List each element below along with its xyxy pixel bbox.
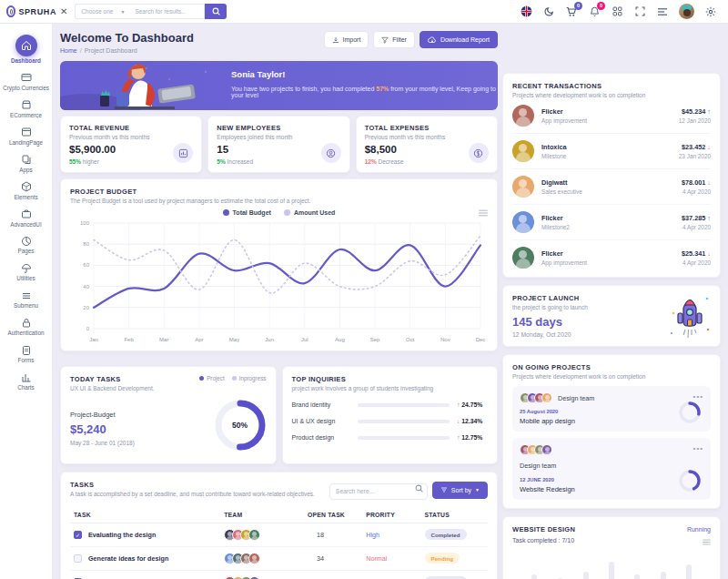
top-inquiries-card: TOP INQUIRIES project work involves a gr…	[282, 366, 499, 464]
task-label: Generate ideas for design	[88, 554, 168, 563]
svg-text:80: 80	[83, 241, 89, 247]
tasks-subtitle: A task is accomplished by a set deadline…	[70, 491, 315, 497]
apps-grid-icon[interactable]	[611, 5, 623, 18]
today-tasks-donut-label: 50%	[214, 399, 267, 452]
bar-column-jul: Jul	[680, 553, 698, 579]
transaction-role: Milestone	[541, 153, 679, 159]
sidebar-item-submenu[interactable]: Submenu	[0, 286, 52, 313]
cloud-download-icon	[428, 36, 437, 44]
transactions-list: FlickerApp improvement$45.234 ↑12 Jan 20…	[512, 98, 711, 275]
import-button[interactable]: Import	[324, 31, 369, 48]
chevron-down-icon: ▼	[120, 9, 125, 15]
task-checkbox[interactable]	[74, 554, 82, 563]
bar-column-apr: Apr	[602, 553, 621, 579]
project-date: 12 JUNE 2020	[520, 477, 703, 482]
sort-by-button[interactable]: Sort by ▼	[432, 482, 488, 499]
project-name: Website Redesign	[520, 485, 703, 493]
task-checkbox[interactable]: ✓	[74, 531, 82, 539]
ongoing-projects-list: Design team•••25 August 2020Mobile app d…	[512, 386, 711, 500]
download-report-button[interactable]: Download Report	[420, 31, 498, 48]
trend-down-icon: ↓	[707, 249, 711, 258]
sidebar-item-authentication[interactable]: Authentication	[0, 313, 52, 340]
budget-menu-icon[interactable]	[479, 209, 488, 217]
search-input[interactable]	[130, 4, 205, 19]
avatar	[512, 247, 534, 269]
sidebar-item-apps[interactable]: Apps	[0, 150, 52, 178]
stat-subtitle: Previous month vs this months	[365, 134, 489, 140]
today-tasks-legend: Project Inprogress	[199, 375, 266, 381]
task-status-badge: Pending	[425, 553, 460, 564]
sidebar-item-ecommerce[interactable]: ECommerce	[0, 96, 52, 123]
ongoing-project-website-redesign[interactable]: Design team•••12 JUNE 2020Website Redesi…	[512, 438, 711, 500]
banner-message: You have two projects to finish, you had…	[231, 86, 498, 98]
website-design-bar-chart: JanFebMarAprMayJunJul	[512, 543, 711, 579]
more-options-icon[interactable]: •••	[693, 444, 703, 452]
sidebar-item-charts[interactable]: Charts	[0, 368, 52, 395]
stat-title: NEW EMPLOYEES	[217, 124, 340, 132]
avatar	[248, 529, 260, 541]
sidebar-toggle-icon[interactable]	[656, 5, 669, 18]
utilities-icon	[20, 262, 32, 274]
user-avatar[interactable]	[679, 4, 694, 19]
sidebar-item-label: Submenu	[14, 303, 38, 310]
avatar	[512, 105, 534, 127]
settings-gear-icon[interactable]	[704, 5, 717, 18]
language-flag-icon[interactable]	[520, 5, 532, 18]
svg-text:Nov: Nov	[440, 337, 450, 342]
sidebar-item-advancedui[interactable]: AdvancedUI	[0, 205, 52, 232]
stat-title: TOTAL REVENUE	[69, 124, 193, 132]
sidebar-item-forms[interactable]: Forms	[0, 340, 52, 368]
layout-icon	[20, 127, 32, 138]
dark-mode-moon-icon[interactable]	[542, 5, 555, 18]
website-design-title: WEBSITE DESIGN	[512, 525, 711, 533]
project-budget-line-chart: JanFebMarAprMayJunJulAugSepOctNovDec0204…	[70, 216, 488, 347]
trend-down-icon: ↓	[707, 178, 711, 187]
fullscreen-icon[interactable]	[633, 5, 646, 18]
import-button-label: Import	[343, 36, 361, 43]
search-button[interactable]	[205, 4, 227, 19]
tasks-search-input[interactable]	[329, 483, 428, 500]
budget-legend: Total BudgetAmount Used	[70, 209, 488, 216]
today-tasks-card: TODAY TASKS Project Inprogress UX UI & B…	[60, 366, 277, 464]
tasks-column-open-task: OPEN TASK	[304, 507, 362, 523]
sidebar-item-dashboard[interactable]: Dashboard	[0, 31, 52, 68]
sidebar-item-pages[interactable]: Pages	[0, 231, 52, 259]
svg-text:60: 60	[83, 262, 89, 268]
sidebar-item-crypto-currencies[interactable]: Crypto Currencies	[0, 68, 52, 96]
task-label: Evaluating the design	[88, 531, 156, 539]
sidebar-item-label: ECommerce	[10, 113, 42, 119]
filter-button[interactable]: Filter	[373, 31, 415, 48]
svg-text:Mar: Mar	[159, 337, 168, 342]
stat-card-total-expenses: TOTAL EXPENSESPrevious month vs this mon…	[356, 116, 498, 173]
transaction-role: App improvement	[541, 259, 682, 266]
svg-text:May: May	[229, 337, 239, 342]
top-inquiries-list: Brand identity↑ 24.75%UI & UX design↓ 12…	[292, 401, 489, 441]
close-icon[interactable]: ✕	[60, 6, 67, 16]
svg-text:Apr: Apr	[195, 337, 203, 342]
transaction-amount: $37.285 ↑	[682, 214, 711, 222]
svg-text:Jan: Jan	[89, 337, 98, 342]
inquiry-row-brand-identity: Brand identity↑ 24.75%	[292, 401, 489, 408]
notifications-bell-icon[interactable]: 0	[588, 5, 601, 18]
transaction-date: 4 Apr 2020	[682, 224, 711, 230]
task-priority: High	[366, 531, 379, 539]
tasks-column-team: TEAM	[220, 507, 304, 523]
cart-icon[interactable]: 0	[565, 5, 578, 18]
category-select[interactable]: Choose one ▼	[75, 4, 130, 19]
sidebar-item-elements[interactable]: Elements	[0, 178, 52, 205]
sidebar-item-landingpage[interactable]: LandingPage	[0, 123, 52, 150]
ongoing-projects-subtitle: Projects where development work is on co…	[512, 373, 711, 380]
more-options-icon[interactable]: •••	[693, 392, 703, 401]
banner-progress-highlight: 57%	[376, 86, 389, 92]
breadcrumb-home[interactable]: Home	[60, 47, 77, 54]
app-logo[interactable]: SPRUHA	[0, 5, 56, 17]
project-progress-ring	[678, 401, 702, 424]
website-design-menu-icon[interactable]	[703, 539, 711, 545]
ongoing-project-mobile-app-design[interactable]: Design team•••25 August 2020Mobile app d…	[512, 386, 711, 432]
avatar	[541, 392, 552, 403]
inquiry-row-product-design: Product design↑ 12.75%	[292, 434, 489, 441]
tasks-card: TASKS A task is accomplished by a set de…	[60, 472, 498, 579]
sidebar-item-utilities[interactable]: Utilities	[0, 259, 52, 286]
menu-icon	[20, 290, 32, 301]
tasks-title: TASKS	[70, 481, 315, 489]
